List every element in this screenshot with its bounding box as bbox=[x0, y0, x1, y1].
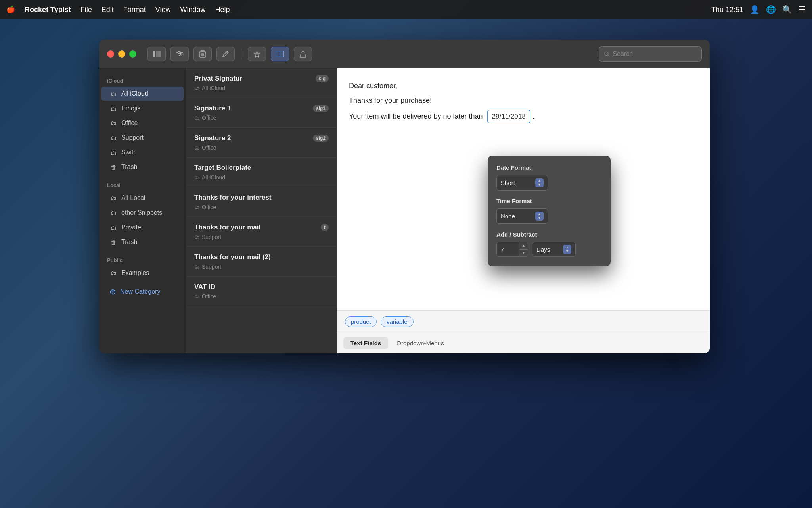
snippet-badge: t bbox=[321, 224, 329, 231]
sidebar-item-swift[interactable]: 🗂 Swift bbox=[102, 145, 184, 160]
time-format-select[interactable]: None ▲ ▼ bbox=[496, 208, 548, 224]
snippet-item[interactable]: VAT ID 🗂 Office bbox=[186, 277, 337, 306]
sidebar-item-trash-local[interactable]: 🗑 Trash bbox=[102, 235, 184, 249]
search-menubar-icon[interactable]: 🔍 bbox=[782, 5, 792, 14]
time-format-stepper[interactable]: ▲ ▼ bbox=[535, 212, 544, 221]
snippet-title: Signature 2 bbox=[194, 134, 231, 142]
snippet-item[interactable]: Privat Signatur sig 🗂 All iCloud bbox=[186, 68, 337, 98]
editor-line-2: Thanks for your purchase! bbox=[349, 95, 698, 106]
new-category-button[interactable]: ⊕ New Category bbox=[102, 283, 184, 300]
bottom-tabs: Text Fields Dropdown-Menus bbox=[337, 333, 710, 353]
sidebar-item-private[interactable]: 🗂 Private bbox=[102, 220, 184, 235]
snippet-item[interactable]: Thanks for your mail (2) 🗂 Support bbox=[186, 247, 337, 277]
snippet-item[interactable]: Thanks for your mail t 🗂 Support bbox=[186, 217, 337, 247]
sidebar-item-label: Private bbox=[121, 224, 141, 231]
folder-icon: 🗂 bbox=[194, 234, 199, 240]
menu-window[interactable]: Window bbox=[180, 6, 205, 14]
folder-icon: 🗂 bbox=[109, 149, 117, 156]
local-section-label: Local bbox=[99, 179, 186, 190]
magic-button[interactable] bbox=[248, 47, 266, 61]
snippet-title: Target Boilerplate bbox=[194, 164, 251, 172]
snippet-item[interactable]: Signature 2 sig2 🗂 Office bbox=[186, 128, 337, 158]
arrow-up-icon: ▲ bbox=[565, 246, 569, 249]
number-value: 7 bbox=[501, 246, 504, 253]
titlebar bbox=[99, 40, 710, 68]
menu-file[interactable]: File bbox=[80, 6, 92, 14]
snippet-item-header: Signature 2 sig2 bbox=[194, 134, 329, 142]
main-content: iCloud 🗂 All iCloud 🗂 Emojis 🗂 Office 🗂 … bbox=[99, 68, 710, 353]
share-button[interactable] bbox=[294, 47, 312, 61]
maximize-button[interactable] bbox=[129, 50, 136, 58]
time-format-value: None bbox=[501, 213, 515, 219]
app-name[interactable]: Rocket Typist bbox=[25, 6, 71, 14]
svg-rect-1 bbox=[156, 51, 161, 57]
sidebar-item-office[interactable]: 🗂 Office bbox=[102, 116, 184, 130]
menu-help[interactable]: Help bbox=[215, 6, 230, 14]
icloud-section-label: iCloud bbox=[99, 75, 186, 86]
sidebar-item-all-icloud[interactable]: 🗂 All iCloud bbox=[102, 87, 184, 101]
snippet-item-header: Signature 1 sig1 bbox=[194, 104, 329, 112]
globe-icon[interactable]: 🌐 bbox=[766, 5, 776, 14]
snippet-folder: 🗂 Support bbox=[194, 264, 329, 270]
search-box[interactable] bbox=[599, 46, 702, 62]
number-stepper[interactable]: ▲ ▼ bbox=[519, 242, 528, 256]
minimize-button[interactable] bbox=[118, 50, 125, 58]
snippet-title: Thanks for your mail bbox=[194, 223, 260, 231]
tab-text-fields[interactable]: Text Fields bbox=[343, 337, 388, 349]
sidebar-item-other-snippets[interactable]: 🗂 other Snippets bbox=[102, 206, 184, 220]
sidebar-item-emojis[interactable]: 🗂 Emojis bbox=[102, 101, 184, 115]
sidebar-item-label: Support bbox=[121, 134, 144, 141]
search-input[interactable] bbox=[613, 50, 697, 58]
arrow-up-icon: ▲ bbox=[538, 179, 541, 183]
snippet-item-header: Thanks for your mail t bbox=[194, 223, 329, 231]
stepper-down[interactable]: ▼ bbox=[519, 250, 528, 257]
menu-format[interactable]: Format bbox=[123, 6, 146, 14]
sidebar-item-support[interactable]: 🗂 Support bbox=[102, 131, 184, 145]
snippet-folder: 🗂 Office bbox=[194, 204, 329, 210]
variable-chip-product[interactable]: product bbox=[345, 316, 377, 327]
snippet-item-header: Thanks for your interest bbox=[194, 194, 329, 202]
list-icon[interactable]: ☰ bbox=[799, 5, 806, 14]
sidebar-item-trash-icloud[interactable]: 🗑 Trash bbox=[102, 160, 184, 174]
menu-edit[interactable]: Edit bbox=[102, 6, 114, 14]
sidebar-item-label: Trash bbox=[121, 239, 137, 246]
snippet-folder: 🗂 Support bbox=[194, 234, 329, 240]
arrow-down-icon: ▼ bbox=[538, 216, 541, 220]
folder-icon: 🗂 bbox=[109, 135, 117, 141]
date-format-row: Short ▲ ▼ bbox=[496, 175, 602, 190]
sidebar-item-label: Emojis bbox=[121, 105, 140, 112]
date-format-select[interactable]: Short ▲ ▼ bbox=[496, 175, 548, 190]
traffic-lights bbox=[107, 50, 136, 58]
sidebar-item-label: Swift bbox=[121, 149, 135, 156]
snippet-item-header: Target Boilerplate bbox=[194, 164, 329, 172]
close-button[interactable] bbox=[107, 50, 114, 58]
menu-view[interactable]: View bbox=[155, 6, 171, 14]
date-badge[interactable]: 29/11/2018 bbox=[487, 110, 530, 123]
date-format-stepper[interactable]: ▲ ▼ bbox=[535, 178, 544, 187]
unit-stepper[interactable]: ▲ ▼ bbox=[563, 245, 571, 254]
folder-icon: 🗂 bbox=[194, 175, 199, 181]
stepper-up[interactable]: ▲ bbox=[519, 242, 528, 250]
snippet-item[interactable]: Target Boilerplate 🗂 All iCloud bbox=[186, 158, 337, 187]
tab-dropdown-menus[interactable]: Dropdown-Menus bbox=[390, 337, 451, 349]
delete-button[interactable] bbox=[193, 47, 212, 61]
new-category-label: New Category bbox=[120, 288, 160, 295]
sidebar-item-all-local[interactable]: 🗂 All Local bbox=[102, 191, 184, 205]
sidebar-toggle-button[interactable] bbox=[147, 47, 166, 61]
apple-menu[interactable]: 🍎 bbox=[6, 5, 15, 14]
number-input[interactable]: 7 ▲ ▼ bbox=[496, 242, 528, 257]
edit-button[interactable] bbox=[216, 47, 235, 61]
variable-chip-variable[interactable]: variable bbox=[381, 316, 414, 327]
view-panel-button[interactable] bbox=[271, 47, 289, 61]
sidebar-item-label: Trash bbox=[121, 164, 137, 171]
sidebar-item-examples[interactable]: 🗂 Examples bbox=[102, 266, 184, 280]
svg-line-16 bbox=[608, 55, 609, 56]
user-icon[interactable]: 👤 bbox=[750, 5, 760, 14]
snippet-item[interactable]: Thanks for your interest 🗂 Office bbox=[186, 187, 337, 217]
snippet-item[interactable]: Signature 1 sig1 🗂 Office bbox=[186, 98, 337, 128]
editor-line-3: Your item will be delivered by no later … bbox=[349, 110, 698, 123]
unit-select[interactable]: Days ▲ ▼ bbox=[532, 242, 576, 257]
folder-icon: 🗂 bbox=[194, 85, 199, 91]
arrow-down-icon: ▼ bbox=[565, 250, 569, 253]
filter-button[interactable] bbox=[170, 47, 189, 61]
